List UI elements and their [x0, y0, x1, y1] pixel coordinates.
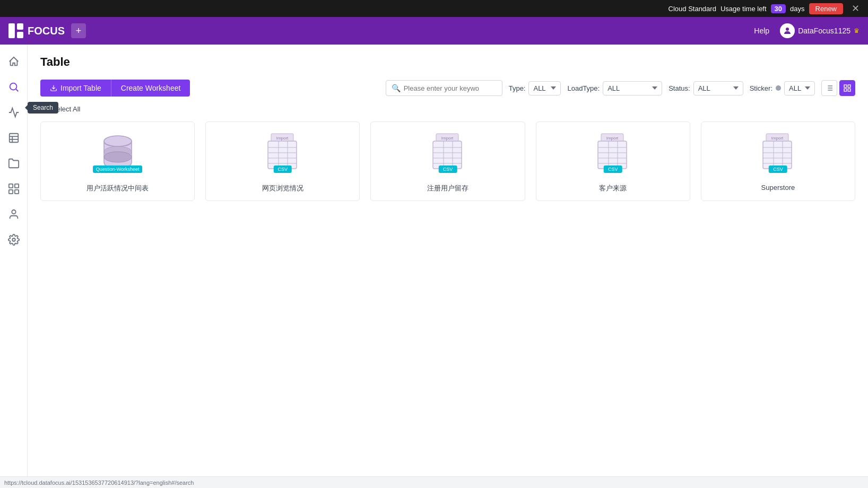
loadtype-filter: LoadType: ALL FULL INCREMENT: [567, 81, 662, 95]
notification-bar: Cloud Standard Usage time left 30 days R…: [0, 0, 868, 17]
svg-text:Import: Import: [276, 136, 288, 141]
svg-text:Import: Import: [441, 136, 454, 141]
list-view-button[interactable]: [821, 80, 837, 96]
svg-point-4: [10, 83, 16, 90]
main-layout: Search Table Import Table Create Workshe…: [0, 45, 868, 488]
content-area: Table Import Table Create Worksheet 🔍 Ty: [28, 45, 868, 488]
worksheet-tag: Question-Worksheet: [93, 165, 143, 173]
svg-rect-34: [268, 141, 297, 169]
avatar: [780, 23, 795, 38]
svg-point-15: [12, 238, 15, 241]
create-worksheet-label: Create Worksheet: [121, 84, 181, 92]
help-link[interactable]: Help: [754, 27, 769, 35]
table-card[interactable]: Import CSV 注册用户留存: [370, 121, 525, 201]
renew-button[interactable]: Renew: [809, 3, 843, 14]
crown-icon: ♛: [854, 27, 860, 34]
page-title: Table: [40, 55, 855, 69]
table-card[interactable]: Import CSV Superstore: [701, 121, 855, 201]
logo-text: FOCUS: [28, 25, 65, 37]
svg-rect-1: [17, 23, 23, 30]
search-box[interactable]: 🔍: [386, 80, 502, 96]
svg-rect-43: [433, 141, 462, 169]
svg-rect-6: [9, 134, 18, 143]
view-toggle: [821, 80, 855, 96]
user-menu[interactable]: DataFocus1125 ♛: [780, 23, 860, 38]
table-card[interactable]: Import CSV 客户来源: [536, 121, 690, 201]
select-all-checkbox[interactable]: [40, 106, 48, 113]
table-grid: Question-Worksheet 用户活跃情况中间表 Import: [40, 121, 855, 201]
grid-view-button[interactable]: [839, 80, 855, 96]
days-count-badge: 30: [771, 4, 786, 13]
svg-rect-10: [8, 184, 12, 188]
svg-rect-0: [8, 23, 15, 38]
sidebar-item-datasource[interactable]: [3, 178, 24, 199]
cloud-text: Cloud Standard: [669, 5, 716, 13]
logo-icon: [8, 23, 23, 38]
svg-line-5: [16, 89, 18, 91]
csv-tag: CSV: [769, 165, 787, 173]
import-table-button[interactable]: Import Table: [40, 80, 111, 97]
sidebar: Search: [0, 45, 28, 488]
svg-text:Import: Import: [606, 136, 619, 141]
user-name: DataFocus1125: [798, 27, 850, 35]
svg-rect-2: [17, 32, 23, 38]
csv-icon-wrapper: Import CSV: [429, 133, 467, 175]
svg-point-31: [104, 152, 132, 162]
status-select[interactable]: ALL ACTIVE INACTIVE: [693, 81, 743, 95]
loadtype-select[interactable]: ALL FULL INCREMENT: [603, 81, 662, 95]
import-icon: [50, 84, 57, 92]
card-label: 用户活跃情况中间表: [86, 184, 149, 193]
table-card[interactable]: Import CSV 网页浏览情况: [205, 121, 360, 201]
sidebar-item-search[interactable]: [3, 76, 24, 98]
csv-tag: CSV: [604, 165, 622, 173]
svg-point-29: [104, 136, 132, 146]
header-right: Help DataFocus1125 ♛: [754, 23, 860, 38]
type-label: Type:: [509, 84, 526, 92]
sidebar-item-settings[interactable]: [3, 229, 24, 250]
add-tab-button[interactable]: +: [71, 23, 86, 38]
svg-rect-12: [8, 190, 12, 194]
sticker-filter: Sticker: ALL: [750, 81, 815, 95]
card-label: 注册用户留存: [427, 184, 468, 193]
select-all-label: Select All: [52, 105, 80, 113]
filter-bar: 🔍 Type: ALL CSV DB LoadType: ALL FULL: [386, 80, 855, 96]
svg-rect-24: [848, 85, 850, 88]
table-card[interactable]: Question-Worksheet 用户活跃情况中间表: [40, 121, 195, 201]
sticker-select[interactable]: ALL: [784, 81, 815, 95]
sidebar-item-folder[interactable]: [3, 153, 24, 174]
close-icon[interactable]: ✕: [852, 3, 860, 14]
usage-text: Usage time left: [721, 5, 767, 13]
sidebar-item-home[interactable]: [3, 51, 24, 72]
app-header: FOCUS + Help DataFocus1125 ♛: [0, 17, 868, 45]
sidebar-item-table[interactable]: [3, 127, 24, 149]
csv-icon-wrapper: Import CSV: [594, 133, 632, 175]
svg-rect-61: [763, 141, 792, 169]
sticker-dot: [776, 85, 781, 91]
csv-tag: CSV: [274, 165, 292, 173]
status-url: https://tcloud.datafocus.ai/153153653772…: [4, 480, 194, 486]
action-buttons: Import Table Create Worksheet: [40, 80, 190, 97]
loadtype-label: LoadType:: [567, 84, 600, 92]
csv-icon-wrapper: Import CSV: [759, 133, 797, 175]
csv-tag: CSV: [439, 165, 457, 173]
sidebar-item-users[interactable]: [3, 204, 24, 225]
sidebar-item-chart[interactable]: [3, 102, 24, 123]
create-worksheet-button[interactable]: Create Worksheet: [111, 80, 190, 97]
svg-rect-13: [14, 190, 18, 194]
svg-rect-26: [848, 89, 850, 91]
svg-rect-23: [844, 85, 847, 88]
app-logo: FOCUS: [8, 23, 65, 38]
card-label: 客户来源: [599, 184, 627, 193]
svg-rect-11: [14, 184, 18, 188]
status-filter: Status: ALL ACTIVE INACTIVE: [669, 81, 743, 95]
search-input[interactable]: [404, 84, 497, 92]
type-select[interactable]: ALL CSV DB: [528, 81, 561, 95]
type-filter: Type: ALL CSV DB: [509, 81, 561, 95]
svg-text:Import: Import: [771, 136, 784, 141]
card-label: 网页浏览情况: [262, 184, 303, 193]
status-label: Status:: [669, 84, 690, 92]
svg-rect-25: [844, 89, 847, 91]
sticker-label: Sticker:: [750, 84, 772, 92]
csv-icon-wrapper: Import CSV: [264, 133, 302, 175]
select-all-row: Select All: [40, 105, 855, 113]
